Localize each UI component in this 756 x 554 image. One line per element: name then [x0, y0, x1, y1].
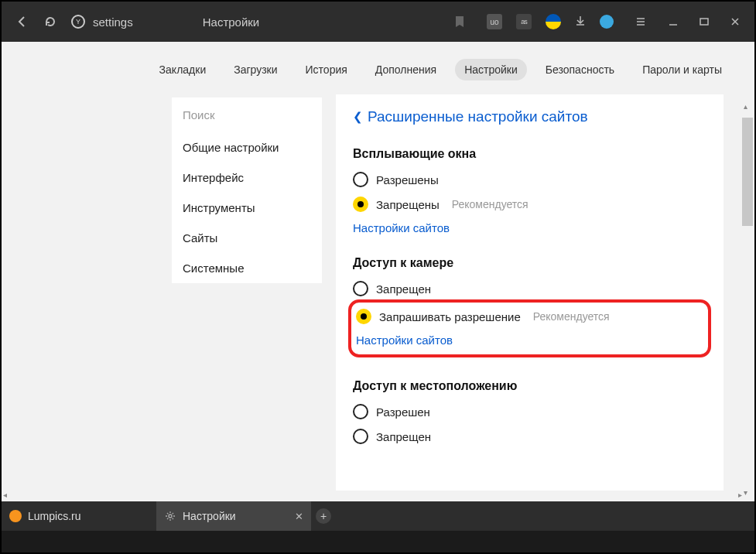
- recommended-badge: Рекомендуется: [452, 198, 529, 210]
- vertical-scrollbar[interactable]: [742, 102, 753, 497]
- window-minimize-button[interactable]: [662, 10, 685, 33]
- radio-icon: [353, 429, 368, 444]
- section-location: Доступ к местоположению Разрешен Запреще…: [353, 379, 706, 444]
- new-tab-button[interactable]: +: [311, 501, 336, 531]
- radio-icon: [353, 404, 368, 419]
- section-heading: Всплывающие окна: [353, 147, 706, 161]
- settings-panel: ❮ Расширенные настройки сайтов Всплывающ…: [336, 94, 724, 497]
- browser-titlebar: Y settings Настройки uo as: [2, 2, 754, 42]
- horizontal-scrollbar[interactable]: [2, 491, 744, 501]
- topnav-addons[interactable]: Дополнения: [366, 59, 446, 80]
- highlight-annotation: Запрашивать разрешение Рекомендуется Нас…: [348, 299, 711, 357]
- window-footer: [2, 531, 754, 554]
- topnav-bookmarks[interactable]: Закладки: [150, 59, 216, 80]
- top-nav: Закладки Загрузки История Дополнения Нас…: [2, 42, 754, 94]
- site-settings-link[interactable]: Настройки сайтов: [353, 221, 706, 234]
- topnav-passwords[interactable]: Пароли и карты: [633, 59, 731, 80]
- radio-label: Запрещен: [376, 430, 431, 443]
- sidebar-item-system[interactable]: Системные: [172, 253, 322, 283]
- radio-camera-ask[interactable]: Запрашивать разрешение Рекомендуется: [356, 309, 703, 324]
- extension-flag-icon[interactable]: [546, 14, 561, 29]
- gear-icon: [164, 510, 176, 522]
- radio-location-block[interactable]: Запрещен: [353, 429, 706, 444]
- topnav-security[interactable]: Безопасность: [536, 59, 624, 80]
- tab-favicon-icon: [9, 510, 22, 522]
- tab-lumpics[interactable]: Lumpics.ru: [2, 501, 156, 531]
- panel-back-link[interactable]: ❮ Расширенные настройки сайтов: [353, 108, 706, 125]
- section-heading: Доступ к местоположению: [353, 379, 706, 393]
- window-close-button[interactable]: [724, 10, 747, 33]
- settings-sidebar: Поиск Общие настройки Интерфейс Инструме…: [172, 97, 322, 283]
- topnav-settings[interactable]: Настройки: [455, 59, 527, 80]
- recommended-badge: Рекомендуется: [533, 310, 610, 323]
- section-camera: Доступ к камере Запрещен Запрашивать раз…: [353, 256, 706, 357]
- tab-label: Lumpics.ru: [28, 510, 80, 522]
- section-heading: Доступ к камере: [353, 256, 706, 270]
- browser-tabbar: Lumpics.ru Настройки ✕ +: [2, 501, 754, 531]
- topnav-history[interactable]: История: [296, 59, 357, 80]
- address-bar-title: Настройки: [203, 15, 260, 29]
- radio-camera-block[interactable]: Запрещен: [353, 281, 706, 296]
- window-maximize-button[interactable]: [693, 10, 716, 33]
- radio-popups-allow[interactable]: Разрешены: [353, 172, 706, 187]
- sidebar-item-general[interactable]: Общие настройки: [172, 132, 322, 162]
- address-bar-url[interactable]: settings: [93, 15, 133, 29]
- back-button[interactable]: [9, 9, 36, 35]
- svg-point-1: [169, 515, 172, 518]
- extension-lastfm-icon[interactable]: as: [516, 14, 532, 29]
- radio-icon: [353, 197, 368, 212]
- radio-location-allow[interactable]: Разрешен: [353, 404, 706, 419]
- sidebar-item-tools[interactable]: Инструменты: [172, 193, 322, 223]
- panel-title-text: Расширенные настройки сайтов: [368, 108, 588, 125]
- radio-icon: [353, 172, 368, 187]
- scrollbar-thumb[interactable]: [742, 118, 753, 226]
- radio-label: Запрещен: [376, 282, 431, 296]
- tab-close-button[interactable]: ✕: [295, 511, 303, 522]
- radio-popups-block[interactable]: Запрещены Рекомендуется: [353, 197, 706, 212]
- svg-rect-0: [700, 19, 708, 25]
- radio-label: Разрешен: [376, 405, 430, 419]
- plus-icon: +: [316, 508, 331, 524]
- tab-settings[interactable]: Настройки ✕: [156, 501, 311, 531]
- site-settings-link[interactable]: Настройки сайтов: [356, 333, 703, 347]
- yandex-icon: Y: [71, 15, 85, 29]
- bookmark-icon[interactable]: [446, 9, 473, 35]
- topnav-downloads[interactable]: Загрузки: [224, 59, 286, 80]
- radio-icon: [353, 281, 368, 296]
- reload-button[interactable]: [37, 9, 63, 35]
- radio-icon: [356, 309, 371, 324]
- sidebar-item-interface[interactable]: Интерфейс: [172, 162, 322, 193]
- page-content: Закладки Загрузки История Дополнения Нас…: [2, 42, 754, 501]
- radio-label: Запрещены: [376, 198, 440, 211]
- tab-label: Настройки: [183, 510, 236, 522]
- chevron-left-icon: ❮: [353, 110, 363, 124]
- sidebar-search-input[interactable]: Поиск: [172, 97, 322, 132]
- sidebar-item-sites[interactable]: Сайты: [172, 223, 322, 253]
- menu-icon[interactable]: [628, 9, 654, 35]
- radio-label: Разрешены: [376, 173, 439, 186]
- radio-label: Запрашивать разрешение: [379, 310, 521, 323]
- downloads-icon[interactable]: [575, 15, 586, 29]
- profile-avatar-icon[interactable]: [600, 15, 614, 29]
- extension-ublock-icon[interactable]: uo: [487, 14, 502, 29]
- section-popups: Всплывающие окна Разрешены Запрещены Рек…: [353, 147, 706, 234]
